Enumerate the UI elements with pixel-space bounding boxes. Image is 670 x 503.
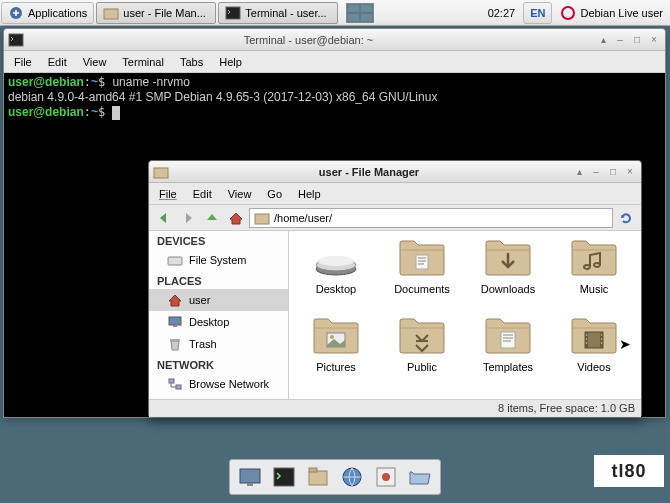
menu-file[interactable]: File: [153, 186, 183, 202]
sidebar-item-desktop[interactable]: Desktop: [149, 311, 288, 333]
menu-help[interactable]: Help: [292, 186, 327, 202]
svg-rect-33: [309, 468, 317, 472]
fm-icon-view[interactable]: Desktop Documents Downloads Music Pictur…: [289, 231, 641, 399]
svg-rect-4: [104, 9, 118, 19]
dock-browser[interactable]: [338, 463, 366, 491]
folder-templates[interactable]: Templates: [465, 317, 551, 391]
session-label[interactable]: Debian Live user: [554, 2, 669, 24]
svg-point-36: [382, 473, 390, 481]
menu-go[interactable]: Go: [261, 186, 288, 202]
folder-videos[interactable]: Videos: [551, 317, 637, 391]
files-icon: [306, 465, 330, 489]
arrow-left-icon: [156, 210, 172, 226]
folder-pictures[interactable]: Pictures: [293, 317, 379, 391]
folder-desktop[interactable]: Desktop: [293, 239, 379, 313]
svg-point-28: [601, 342, 603, 344]
dock-settings[interactable]: [372, 463, 400, 491]
sidebar-item-filesystem[interactable]: File System: [149, 249, 288, 271]
downloads-folder-icon: [484, 239, 532, 279]
folder-public[interactable]: Public: [379, 317, 465, 391]
fm-title: user - File Manager: [169, 166, 569, 178]
taskbar-item-terminal[interactable]: Terminal - user...: [218, 2, 338, 24]
menu-edit[interactable]: Edit: [42, 54, 73, 70]
menu-help[interactable]: Help: [213, 54, 248, 70]
refresh-button[interactable]: [615, 207, 637, 229]
svg-rect-8: [154, 168, 168, 178]
documents-folder-icon: [398, 239, 446, 279]
close-button[interactable]: ×: [647, 33, 661, 47]
templates-folder-icon: [484, 317, 532, 357]
folder-open-icon: [408, 465, 432, 489]
menu-file[interactable]: File: [8, 54, 38, 70]
menu-terminal[interactable]: Terminal: [116, 54, 170, 70]
sidebar-item-trash[interactable]: Trash: [149, 333, 288, 355]
pictures-folder-icon: [312, 317, 360, 357]
workspace-pager[interactable]: [340, 2, 380, 24]
arrow-right-icon: [180, 210, 196, 226]
svg-rect-13: [170, 339, 180, 341]
svg-point-25: [586, 342, 588, 344]
task-label: Terminal - user...: [245, 7, 326, 19]
dock-terminal[interactable]: [270, 463, 298, 491]
task-label: user - File Man...: [123, 7, 206, 19]
up-button[interactable]: [201, 207, 223, 229]
fm-titlebar[interactable]: user - File Manager ▴ – □ ×: [149, 161, 641, 183]
dock-folder[interactable]: [406, 463, 434, 491]
svg-rect-29: [240, 469, 260, 483]
svg-rect-12: [173, 325, 177, 327]
fm-sidebar: DEVICES File System PLACES user Desktop …: [149, 231, 289, 399]
terminal-title: Terminal - user@debian: ~: [24, 34, 593, 46]
minimize-button[interactable]: –: [613, 33, 627, 47]
maximize-button[interactable]: □: [630, 33, 644, 47]
rollup-button[interactable]: ▴: [572, 165, 586, 179]
keyboard-indicator[interactable]: EN: [523, 2, 552, 24]
applications-menu-button[interactable]: Applications: [1, 2, 94, 24]
trash-icon: [167, 336, 183, 352]
svg-rect-31: [274, 468, 294, 486]
svg-point-18: [330, 335, 334, 339]
svg-rect-15: [176, 385, 181, 389]
svg-point-24: [586, 338, 588, 340]
folder-downloads[interactable]: Downloads: [465, 239, 551, 313]
minimize-button[interactable]: –: [589, 165, 603, 179]
refresh-icon: [618, 210, 634, 226]
menu-edit[interactable]: Edit: [187, 186, 218, 202]
fm-toolbar: /home/user/: [149, 205, 641, 231]
desktop-folder-icon: [312, 239, 360, 279]
taskbar-item-filemanager[interactable]: user - File Man...: [96, 2, 216, 24]
menu-view[interactable]: View: [222, 186, 258, 202]
sidebar-head-devices: DEVICES: [149, 231, 288, 249]
sidebar-item-browse-network[interactable]: Browse Network: [149, 373, 288, 395]
public-folder-icon: [398, 317, 446, 357]
app-icon: [374, 465, 398, 489]
home-button[interactable]: [225, 207, 247, 229]
clock[interactable]: 02:27: [482, 2, 522, 24]
folder-music[interactable]: Music: [551, 239, 637, 313]
drive-icon: [167, 252, 183, 268]
sidebar-item-user[interactable]: user: [149, 289, 288, 311]
svg-rect-9: [255, 214, 269, 224]
desktop-icon: [167, 314, 183, 330]
folder-icon: [153, 164, 169, 180]
back-button[interactable]: [153, 207, 175, 229]
top-panel: Applications user - File Man... Terminal…: [0, 0, 670, 26]
desktop-icon: [238, 465, 262, 489]
svg-rect-10: [168, 257, 182, 265]
dock-filemanager[interactable]: [304, 463, 332, 491]
close-button[interactable]: ×: [623, 165, 637, 179]
debian-icon: [560, 5, 576, 21]
folder-icon: [254, 210, 270, 226]
forward-button[interactable]: [177, 207, 199, 229]
rollup-button[interactable]: ▴: [596, 33, 610, 47]
fm-menubar: File Edit View Go Help: [149, 183, 641, 205]
terminal-titlebar[interactable]: Terminal - user@debian: ~ ▴ – □ ×: [4, 29, 665, 51]
network-icon: [167, 376, 183, 392]
folder-documents[interactable]: Documents: [379, 239, 465, 313]
dock-show-desktop[interactable]: [236, 463, 264, 491]
menu-tabs[interactable]: Tabs: [174, 54, 209, 70]
maximize-button[interactable]: □: [606, 165, 620, 179]
path-entry[interactable]: /home/user/: [249, 208, 613, 228]
menu-view[interactable]: View: [77, 54, 113, 70]
home-icon: [167, 292, 183, 308]
svg-rect-14: [169, 379, 174, 383]
